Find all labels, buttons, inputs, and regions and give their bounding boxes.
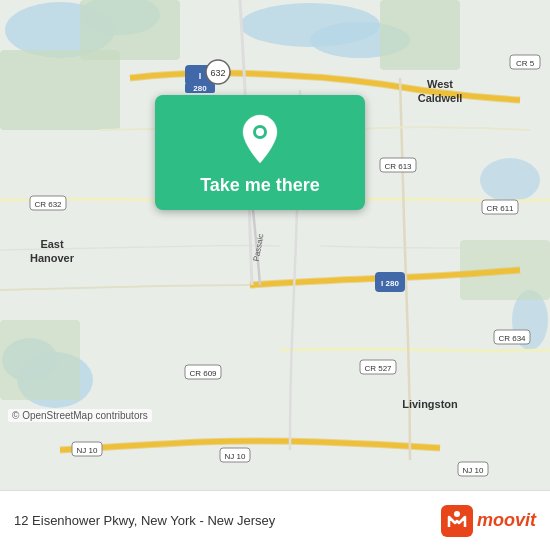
svg-text:NJ 10: NJ 10 (77, 446, 98, 455)
take-me-there-label: Take me there (200, 175, 320, 196)
copyright-text: © OpenStreetMap contributors (8, 409, 152, 422)
svg-rect-12 (0, 320, 80, 400)
svg-text:CR 527: CR 527 (364, 364, 392, 373)
svg-text:CR 609: CR 609 (189, 369, 217, 378)
address-text: 12 Eisenhower Pkwy, New York - New Jerse… (14, 513, 441, 528)
moovit-logo: moovit (441, 505, 536, 537)
svg-text:632: 632 (210, 68, 225, 78)
map-view: I 280 280 I 280 632 CR 632 CR 613 CR 5 C… (0, 0, 550, 490)
svg-text:East: East (40, 238, 64, 250)
svg-text:CR 5: CR 5 (516, 59, 535, 68)
svg-text:NJ 10: NJ 10 (225, 452, 246, 461)
svg-point-52 (454, 511, 460, 517)
svg-text:I 280: I 280 (381, 279, 399, 288)
svg-text:Caldwell: Caldwell (418, 92, 463, 104)
svg-rect-11 (380, 0, 460, 70)
svg-text:NJ 10: NJ 10 (463, 466, 484, 475)
moovit-brand-text: moovit (477, 510, 536, 531)
svg-text:West: West (427, 78, 453, 90)
svg-text:Hanover: Hanover (30, 252, 75, 264)
map-pin-icon (239, 113, 281, 165)
svg-rect-9 (0, 50, 120, 130)
svg-text:CR 613: CR 613 (384, 162, 412, 171)
svg-text:CR 632: CR 632 (34, 200, 62, 209)
take-me-there-button[interactable]: Take me there (155, 95, 365, 210)
svg-text:Livingston: Livingston (402, 398, 458, 410)
svg-rect-10 (80, 0, 180, 60)
svg-point-7 (480, 158, 540, 202)
svg-text:CR 634: CR 634 (498, 334, 526, 343)
svg-text:I: I (199, 71, 202, 81)
svg-text:CR 611: CR 611 (486, 204, 514, 213)
svg-text:280: 280 (193, 84, 207, 93)
bottom-bar: 12 Eisenhower Pkwy, New York - New Jerse… (0, 490, 550, 550)
svg-point-50 (256, 128, 264, 136)
moovit-brand-icon (441, 505, 473, 537)
